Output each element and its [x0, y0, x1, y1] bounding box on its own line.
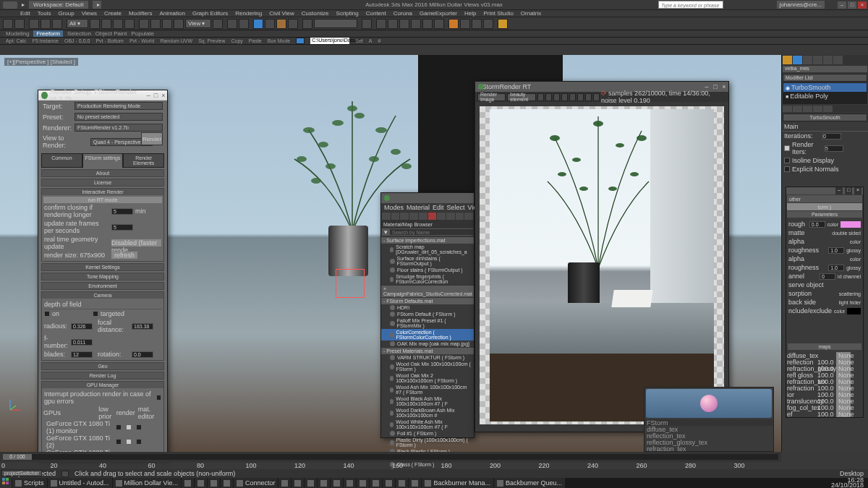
run-rt-button[interactable]: run RT mode [43, 197, 162, 203]
taskbar-item[interactable]: Backburner Mana... [422, 478, 493, 488]
rnd-label[interactable]: Random UVW [160, 38, 192, 43]
rollout-about[interactable]: About [42, 170, 163, 176]
rs-max[interactable]: □ [152, 92, 159, 99]
min-button[interactable]: – [838, 1, 846, 9]
help-search[interactable] [658, 1, 723, 9]
help-search-input[interactable] [659, 3, 723, 8]
tab-fstorm[interactable]: FStorm settings [82, 153, 124, 168]
window-crossing-button[interactable] [124, 19, 135, 29]
mat-tool[interactable] [382, 213, 391, 220]
mat-item[interactable]: Smudge fingerprints ( FStormColorCorrect… [381, 273, 474, 285]
rollout-gpum[interactable]: GPU Manager [42, 382, 163, 388]
copy-label[interactable]: Copy [231, 38, 243, 43]
f5-label[interactable]: F5:Instance [32, 38, 59, 43]
curve-button[interactable] [411, 19, 421, 29]
apt-label[interactable]: Apt: Calc [6, 38, 26, 43]
mat-group[interactable]: - Surface imperfections.mat [381, 236, 474, 244]
ribbon-tabs[interactable]: ModelingFreeformSelectionObject PaintPop… [0, 30, 868, 38]
tab-elements[interactable]: Render Elements [123, 153, 164, 168]
namedsel-dropdown[interactable] [314, 19, 357, 28]
renderframe-button[interactable] [460, 19, 470, 29]
project-switcher[interactable]: projectSwitcher [1, 470, 42, 476]
menu-animation[interactable]: Animation [156, 10, 188, 17]
mat-item[interactable]: Wood Oak Mix 2 100x100x100cm ( FStorm ) [381, 372, 474, 384]
rollout-geo[interactable]: Geo [42, 363, 163, 369]
taskbar-item[interactable] [208, 478, 220, 488]
targeted-check[interactable] [93, 311, 98, 317]
a-label[interactable]: A [369, 38, 373, 43]
taskbar-item[interactable] [221, 478, 233, 488]
rt-framebuffer[interactable] [480, 106, 724, 424]
display-tab[interactable] [823, 56, 833, 64]
mat-tool[interactable] [419, 213, 427, 220]
unlink-button[interactable] [41, 19, 51, 29]
mat-tool[interactable] [437, 213, 446, 220]
renderer-dropdown[interactable]: FStormRender v1.2.7b [75, 124, 163, 132]
render-button[interactable] [472, 19, 482, 29]
mat-item[interactable]: Falloff Mix Preset #1 ( FStormMix ) [381, 317, 474, 329]
rotate-button[interactable] [150, 19, 161, 29]
mat-menus[interactable]: ModesMaterialEditSelectViewOptions [381, 203, 474, 212]
ribbon-freeform[interactable]: Freeform [33, 30, 62, 37]
iter-spin[interactable] [822, 133, 841, 140]
spinnersnap-button[interactable] [288, 19, 298, 29]
rt-b[interactable] [585, 93, 592, 101]
mat-titlebar[interactable] [381, 193, 474, 203]
psnap-button[interactable] [276, 19, 286, 29]
menu-grapheditors[interactable]: Graph Editors [190, 10, 231, 17]
interrupt-check[interactable] [156, 395, 161, 401]
utilities-tab[interactable] [833, 56, 843, 64]
viewport-label[interactable]: [+][Perspective ] [Shaded ] [4, 58, 78, 66]
taskbar-item[interactable]: Untitled - Autod... [48, 478, 112, 488]
taskbar-item[interactable] [305, 478, 317, 488]
rt-b[interactable] [553, 93, 560, 101]
slate-mat-btn[interactable]: torm ) [787, 203, 862, 210]
layer-button[interactable] [388, 19, 398, 29]
box-label[interactable]: Box Mode [268, 38, 291, 43]
render-button[interactable]: Render [141, 132, 163, 145]
mat-item[interactable]: FStorm Default ( FStorm ) [381, 311, 474, 317]
rt-b[interactable] [537, 93, 544, 101]
mat-tool[interactable] [409, 213, 418, 220]
paste-label[interactable]: Paste [249, 38, 262, 43]
link-button[interactable] [29, 19, 39, 29]
taskbar-item[interactable] [182, 478, 194, 488]
rate-spin[interactable] [111, 224, 133, 231]
slate-maps-roll[interactable]: maps [788, 343, 861, 350]
mat-group[interactable]: + CampaignFabrics_StudioCorrected.mat [381, 285, 474, 297]
taskbar-item[interactable]: Connector [234, 478, 278, 488]
user-account[interactable]: johannes@cre... [777, 1, 825, 9]
nset-button[interactable] [302, 19, 312, 29]
slate-min[interactable]: – [835, 187, 843, 194]
rendercloud-button[interactable] [483, 19, 493, 29]
rollout-rlog[interactable]: Render Log [42, 372, 163, 379]
taskbar-item[interactable] [383, 478, 395, 488]
menu-create[interactable]: Create [101, 10, 124, 17]
matmenu-material[interactable]: Material [407, 204, 430, 211]
manip-button[interactable] [227, 19, 237, 29]
slate-params-roll[interactable]: Parameters [787, 211, 862, 218]
st-b[interactable] [823, 106, 833, 112]
restore-button[interactable]: □ [848, 1, 856, 9]
mat-item[interactable]: Plastic Dirty (100x100x100cm) ( FStorm ) [381, 437, 474, 448]
mat-search[interactable]: ▾ [382, 228, 473, 236]
mat-tool[interactable] [446, 213, 455, 220]
select-button[interactable] [90, 19, 100, 29]
menu-tools[interactable]: Tools [35, 10, 54, 17]
pivot-button[interactable] [213, 19, 223, 29]
taskbar-item[interactable]: Backburner Queu... [494, 478, 565, 488]
mat-item[interactable]: Wood Ash Mix 100x100x100cm #7 ( FStorm [381, 384, 474, 395]
taskbar-item[interactable] [396, 478, 408, 488]
path-field[interactable]: C:\Users\jono\Docum [310, 38, 349, 44]
redo-button[interactable] [14, 19, 25, 29]
menu-views[interactable]: Views [79, 10, 100, 17]
ribbon-modeling[interactable]: Modeling [6, 30, 29, 37]
rt-b[interactable] [545, 93, 552, 101]
sq-label[interactable]: Sq. Preview [198, 38, 225, 43]
blades-spin[interactable] [71, 351, 93, 358]
mat-item[interactable]: Wood Black Ash Mix 100x100x100cm #7 ( F [381, 395, 474, 407]
rendersetup-button[interactable] [448, 19, 459, 29]
confirm-spin[interactable] [111, 208, 133, 215]
ribbon-object paint[interactable]: Object Paint [95, 30, 127, 37]
menu-printstudio[interactable]: Print Studio [480, 10, 516, 17]
